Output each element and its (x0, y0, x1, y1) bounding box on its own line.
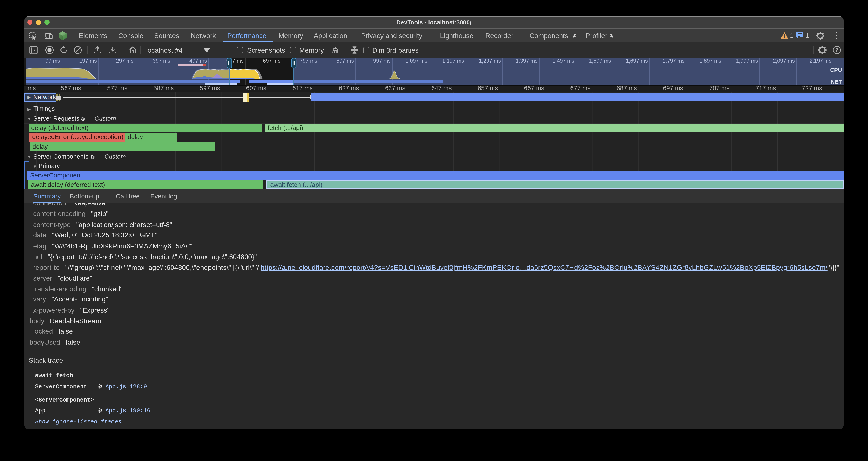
svg-text:1,997 ms: 1,997 ms (736, 58, 758, 64)
svg-text:1,297 ms: 1,297 ms (478, 58, 501, 64)
svg-text:1,497 ms: 1,497 ms (552, 58, 574, 64)
svg-text:1,197 ms: 1,197 ms (442, 58, 464, 64)
svg-text:797 ms: 797 ms (300, 58, 317, 64)
svg-text:97 ms: 97 ms (45, 58, 60, 64)
svg-text:CPU: CPU (830, 67, 842, 73)
svg-text:297 ms: 297 ms (116, 58, 133, 64)
svg-text:?: ? (835, 47, 838, 53)
svg-text:1,097 ms: 1,097 ms (405, 58, 427, 64)
svg-text:1,397 ms: 1,397 ms (516, 58, 537, 64)
svg-text:897 ms: 897 ms (336, 58, 354, 64)
svg-text:397 ms: 397 ms (153, 58, 170, 64)
svg-text:1,797 ms: 1,797 ms (662, 58, 684, 64)
svg-text:997 ms: 997 ms (373, 58, 391, 64)
svg-text:NET: NET (831, 79, 842, 85)
svg-text:497 ms: 497 ms (189, 58, 207, 64)
svg-text:1,697 ms: 1,697 ms (626, 58, 648, 64)
svg-text:197 ms: 197 ms (79, 58, 97, 64)
svg-text:2,197 ms: 2,197 ms (809, 58, 831, 64)
svg-text:2,097 ms: 2,097 ms (773, 58, 795, 64)
svg-text:1,597 ms: 1,597 ms (589, 58, 611, 64)
svg-text:1,897 ms: 1,897 ms (699, 58, 721, 64)
svg-text:697 ms: 697 ms (263, 58, 280, 64)
